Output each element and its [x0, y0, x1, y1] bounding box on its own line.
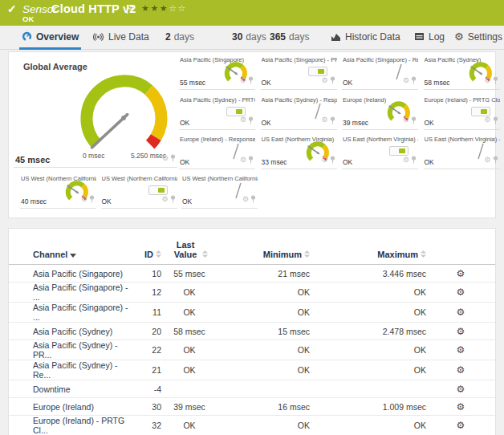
pin-icon[interactable]	[250, 192, 256, 206]
gauge-tile-icons: ⚙	[484, 73, 498, 87]
gauge-settings-icon[interactable]: ⚙	[240, 157, 246, 164]
gauge-tile-icons: ⚙	[321, 152, 335, 167]
column-header-last-value[interactable]: Last Value	[161, 234, 217, 265]
gauge-settings-icon[interactable]: ⚙	[242, 196, 249, 203]
gauge-tile[interactable]: US East (Northern Virginia) - ...OK⚙	[424, 135, 500, 169]
channel-settings-icon[interactable]: ⚙	[457, 384, 465, 395]
pin-icon[interactable]	[170, 151, 176, 165]
tab-label: Settings	[468, 31, 502, 43]
tab-live-data[interactable]: Live Data	[90, 26, 152, 47]
channel-id-cell: 21	[129, 360, 161, 380]
gauge-tile[interactable]: US West (Northern California)40 msec⚙	[20, 174, 96, 209]
column-header-maximum[interactable]: Maximum	[310, 234, 426, 265]
gauge-tile[interactable]: Europe (Ireland) - PRTG Cloud...OK⚙	[424, 96, 500, 130]
gauge-settings-icon[interactable]: ⚙	[403, 157, 409, 164]
tab-30-days[interactable]: 30days	[230, 26, 269, 47]
tab-settings[interactable]: ⚙Settings	[452, 26, 504, 47]
channel-row: Asia Pacific (Sydney) - Re...21OKOKOK⚙	[9, 360, 495, 380]
column-header-id[interactable]: ID	[129, 234, 161, 265]
gauge-settings-icon[interactable]: ⚙	[161, 196, 168, 203]
pin-icon[interactable]	[330, 152, 335, 167]
pin-icon[interactable]	[411, 73, 417, 87]
gauge-tile[interactable]: Asia Pacific (Singapore) - Res...OK⚙	[342, 55, 418, 90]
priority-star-icon[interactable]: ☆	[178, 3, 187, 13]
pin-icon[interactable]	[493, 113, 498, 128]
gauge-tile-icons: ⚙	[403, 113, 417, 128]
pin-icon[interactable]	[330, 113, 335, 128]
channel-settings-icon[interactable]: ⚙	[457, 401, 465, 413]
pin-icon[interactable]	[493, 73, 498, 87]
tab-historic-data[interactable]: Historic Data	[328, 26, 403, 47]
flag-icon[interactable]	[126, 2, 134, 17]
gauge-tile-global-average[interactable]: Global Average 0 msec 5.250 msec 45 msec…	[14, 57, 177, 168]
gauge-settings-icon[interactable]: ⚙	[484, 116, 490, 124]
column-label: Channel	[33, 250, 67, 259]
pin-icon[interactable]	[248, 113, 254, 128]
pin-icon[interactable]	[330, 73, 335, 87]
gauge-tile[interactable]: US West (Northern California)...OK⚙	[101, 174, 177, 209]
historic-icon	[331, 32, 341, 42]
gauge-tile-value: 55 msec	[180, 79, 205, 87]
last-value-cell	[161, 380, 217, 398]
gauge-settings-icon[interactable]: ⚙	[240, 77, 246, 84]
gauge-tile[interactable]: Europe (Ireland) - Response C...OK⚙	[179, 135, 255, 169]
gauge-tile-value: OK	[425, 158, 434, 166]
column-header-channel[interactable]: Channel	[9, 234, 129, 265]
priority-star-icon[interactable]: ★	[150, 3, 159, 13]
gauge-scale-min: 0 msec	[83, 152, 104, 160]
tab-log[interactable]: Log	[412, 26, 447, 47]
gauge-tile-icons: ⚙	[321, 73, 335, 87]
channel-settings-icon[interactable]: ⚙	[457, 326, 465, 337]
pin-icon[interactable]	[248, 73, 254, 87]
maximum-cell: 3.446 msec	[310, 265, 426, 283]
tab-label: days	[246, 31, 266, 43]
gauge-tile[interactable]: Europe (Ireland)39 msec⚙	[342, 96, 418, 130]
gauge-tile[interactable]: US East (Northern Virginia)33 msec⚙	[261, 135, 337, 169]
tab-2-days[interactable]: 2days	[163, 26, 197, 47]
channel-settings-icon[interactable]: ⚙	[457, 344, 465, 356]
priority-star-icon[interactable]: ★	[141, 3, 150, 13]
cell-text: OK	[414, 345, 426, 355]
priority-star-icon[interactable]: ☆	[169, 3, 177, 13]
gauge-tile[interactable]: Asia Pacific (Sydney) - Respo...OK⚙	[261, 96, 337, 130]
pin-icon[interactable]	[411, 152, 417, 167]
pin-icon[interactable]	[411, 113, 417, 128]
gauge-settings-icon[interactable]: ⚙	[321, 157, 327, 164]
gauge-settings-icon[interactable]: ⚙	[484, 77, 490, 84]
cell-text: OK	[183, 345, 195, 355]
gauge-tile[interactable]: Asia Pacific (Sydney)58 msec⚙	[424, 55, 500, 90]
gauge-settings-icon[interactable]: ⚙	[321, 77, 327, 84]
pin-icon[interactable]	[493, 152, 498, 167]
gauge-settings-icon[interactable]: ⚙	[484, 157, 490, 164]
priority-star-icon[interactable]: ★	[160, 3, 169, 13]
pin-icon[interactable]	[89, 192, 95, 206]
gauge-tile-icons: ⚙	[240, 152, 254, 167]
channel-settings-icon[interactable]: ⚙	[457, 364, 465, 376]
sensor-status-bar: ✓ Sensor Cloud HTTP v2 ★★★☆☆ OK	[0, 0, 504, 26]
pin-icon[interactable]	[248, 152, 254, 167]
channel-name-cell: Asia Pacific (Singapore) - ...	[9, 303, 129, 323]
maximum-cell: OK	[310, 416, 426, 435]
gauge-settings-icon[interactable]: ⚙	[321, 116, 327, 124]
pin-icon[interactable]	[170, 192, 176, 206]
gauge-settings-icon[interactable]: ⚙	[240, 116, 246, 124]
gauge-settings-icon[interactable]: ⚙	[403, 77, 409, 84]
channel-settings-icon[interactable]: ⚙	[457, 268, 465, 279]
channel-settings-icon[interactable]: ⚙	[457, 420, 465, 431]
column-header-minimum[interactable]: Minimum	[217, 234, 310, 265]
gauge-tile[interactable]: US East (Northern Virginia) - ...OK⚙	[342, 135, 418, 169]
gauge-settings-icon[interactable]: ⚙	[403, 116, 409, 124]
priority-stars[interactable]: ★★★☆☆	[141, 3, 187, 14]
cell-text: OK	[298, 365, 310, 375]
gauge-settings-icon[interactable]: ⚙	[162, 155, 169, 162]
tab-365-days[interactable]: 365days	[267, 26, 311, 47]
channel-settings-icon[interactable]: ⚙	[457, 287, 465, 298]
gauge-tile[interactable]: Asia Pacific (Sydney) - PRTG ...OK⚙	[179, 96, 255, 130]
gauge-tile[interactable]: Asia Pacific (Singapore) - PR...OK⚙	[261, 55, 337, 90]
gauge-tile-value: OK	[343, 79, 352, 87]
gauge-tile[interactable]: Asia Pacific (Singapore)55 msec⚙	[179, 55, 255, 90]
gauge-tile[interactable]: US West (Northern California)...OK⚙	[181, 174, 258, 209]
channel-settings-icon[interactable]: ⚙	[457, 307, 465, 318]
gauge-settings-icon[interactable]: ⚙	[81, 196, 87, 203]
tab-overview[interactable]: Overview	[19, 26, 81, 50]
